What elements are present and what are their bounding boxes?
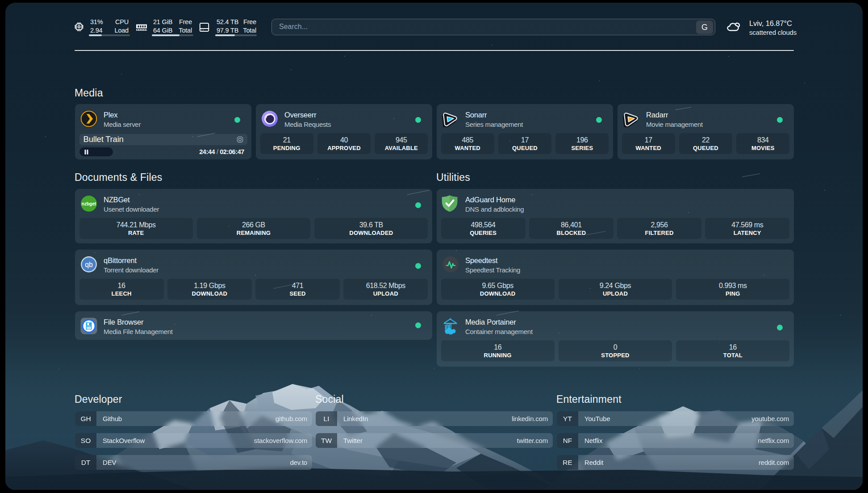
svg-text:qb: qb — [85, 261, 93, 268]
svg-text:nzbget: nzbget — [81, 201, 96, 206]
